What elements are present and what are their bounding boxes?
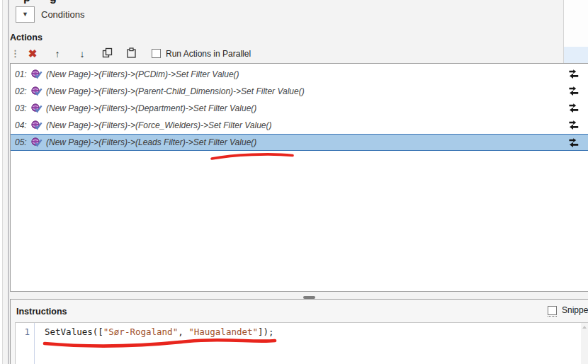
paste-clipboard-icon (126, 47, 137, 60)
snippet-checkbox[interactable] (548, 306, 557, 315)
action-row-01[interactable]: 01: (New Page)->(Filters)->(PCDim)->Set … (11, 66, 588, 83)
editor-scrollbar[interactable] (581, 323, 588, 364)
code-token: SetValues([ (45, 326, 103, 337)
swap-arrows-icon[interactable] (568, 138, 579, 148)
action-row-02[interactable]: 02: (New Page)->(Filters)->(Parent-Child… (11, 83, 588, 100)
snippet-label: Snippet (562, 305, 588, 315)
code-line: SetValues(["Sør-Rogaland", "Haugalandet"… (45, 326, 274, 337)
action-number: 01: (15, 69, 30, 79)
clipped-text-fragment: g (50, 0, 57, 4)
copy-icon (102, 47, 113, 60)
action-number: 04: (15, 120, 30, 130)
set-filter-action-icon (31, 120, 43, 130)
action-description: (New Page)->(Filters)->(Force_Wielders)-… (46, 120, 272, 130)
run-parallel-label: Run Actions in Parallel (166, 49, 251, 59)
action-number: 03: (15, 103, 30, 113)
move-up-button[interactable]: ↑ (50, 46, 65, 62)
code-token: ]); (258, 326, 274, 337)
paste-action-button[interactable] (124, 46, 138, 62)
swap-arrows-icon[interactable] (568, 103, 579, 113)
action-row-03[interactable]: 03: (New Page)->(Filters)->(Department)-… (11, 100, 588, 117)
action-row-04[interactable]: 04: (New Page)->(Filters)->(Force_Wielde… (11, 117, 588, 134)
instructions-title: Instructions (16, 307, 67, 317)
partial-highlight-artifact (564, 47, 588, 63)
snippet-focus-dots (548, 316, 557, 317)
run-parallel-checkbox[interactable] (152, 49, 161, 58)
actions-section-title: Actions (10, 33, 43, 42)
line-number: 1 (16, 326, 30, 337)
string-token: "Sør-Rogaland" (103, 326, 178, 337)
chevron-down-icon: ▼ (22, 11, 28, 18)
clipped-text-fragment: p (23, 0, 30, 4)
panel-divider-line (8, 0, 9, 364)
action-description: (New Page)->(Filters)->(Department)->Set… (46, 103, 256, 113)
action-description: (New Page)->(Filters)->(Parent-Child_Dim… (46, 86, 305, 96)
actions-toolbar: ⋮ ✖ ↑ ↓ Run Actions in Parallel (10, 45, 251, 62)
left-divider-line (2, 0, 3, 364)
scroll-up-arrow-icon (582, 326, 587, 329)
copy-action-button[interactable] (100, 46, 114, 62)
set-filter-action-icon (31, 69, 43, 79)
move-down-button[interactable]: ↓ (74, 46, 90, 62)
conditions-collapse-button[interactable]: ▼ (16, 6, 35, 23)
string-token: "Haugalandet" (188, 326, 258, 337)
action-row-05-selected[interactable]: 05: (New Page)->(Filters)->(Leads Filter… (11, 134, 588, 151)
code-token: , (178, 326, 188, 337)
swap-arrows-icon[interactable] (568, 120, 579, 130)
action-number: 02: (15, 86, 30, 96)
script-code-editor[interactable]: 1 SetValues(["Sør-Rogaland", "Haugalande… (15, 322, 588, 364)
action-description: (New Page)->(Filters)->(Leads Filter)->S… (46, 137, 256, 147)
toolbar-grip-icon[interactable]: ⋮ (11, 48, 20, 59)
gutter-separator (34, 323, 35, 364)
swap-arrows-icon[interactable] (568, 69, 579, 79)
set-filter-action-icon (31, 137, 43, 147)
delete-action-button[interactable]: ✖ (25, 46, 40, 62)
action-description: (New Page)->(Filters)->(PCDim)->Set Filt… (46, 69, 239, 79)
set-filter-action-icon (31, 103, 43, 113)
action-number: 05: (15, 137, 30, 147)
conditions-label: Conditions (41, 9, 84, 20)
snippet-control: Snippet (548, 305, 588, 315)
swap-arrows-icon[interactable] (568, 86, 579, 96)
instructions-panel: Instructions Snippet 1 SetValues(["Sør-R… (10, 299, 588, 364)
set-filter-action-icon (31, 86, 43, 96)
actions-list: 01: (New Page)->(Filters)->(PCDim)->Set … (10, 63, 588, 292)
conditions-section-header: ▼ Conditions (16, 6, 84, 23)
